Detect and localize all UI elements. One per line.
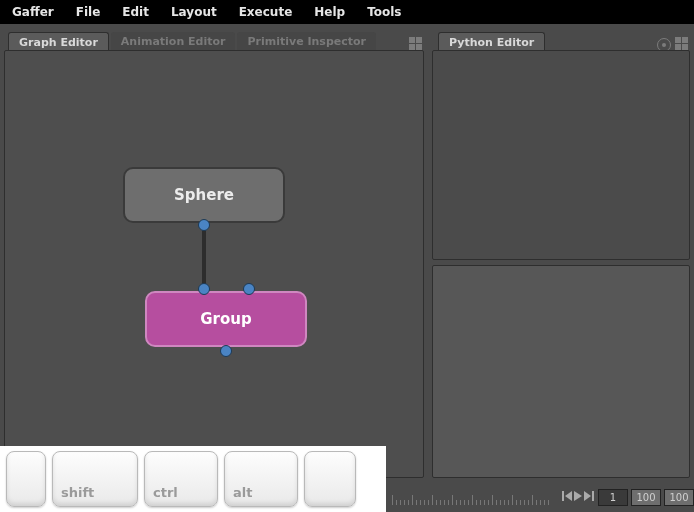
tab-primitive-inspector[interactable]: Primitive Inspector <box>237 32 376 52</box>
menu-file[interactable]: File <box>76 5 101 19</box>
menu-gaffer[interactable]: Gaffer <box>12 5 54 19</box>
svg-rect-4 <box>592 491 594 501</box>
timeline-play-icon[interactable] <box>573 490 584 504</box>
keyboard-overlay: shift ctrl alt <box>0 446 386 512</box>
node-group-in-port-2[interactable] <box>243 283 255 295</box>
menu-bar: Gaffer File Edit Layout Execute Help Too… <box>0 0 694 24</box>
python-editor-input[interactable] <box>432 265 690 478</box>
timeline-frame-end[interactable]: 100 <box>631 489 661 506</box>
node-sphere-label: Sphere <box>174 186 234 204</box>
key-alt: alt <box>224 451 298 507</box>
node-group-in-port-1[interactable] <box>198 283 210 295</box>
timeline-ruler[interactable] <box>392 487 556 507</box>
node-sphere-out-port[interactable] <box>198 219 210 231</box>
svg-marker-2 <box>574 491 582 501</box>
tab-python-editor[interactable]: Python Editor <box>438 32 545 52</box>
node-group[interactable]: Group <box>145 291 307 347</box>
left-tabrow: Graph Editor Animation Editor Primitive … <box>8 30 424 52</box>
python-editor-output[interactable] <box>432 50 690 260</box>
node-group-out-port[interactable] <box>220 345 232 357</box>
key-shift: shift <box>52 451 138 507</box>
key-blank-1 <box>6 451 46 507</box>
node-sphere[interactable]: Sphere <box>123 167 285 223</box>
tab-animation-editor[interactable]: Animation Editor <box>111 32 236 52</box>
timeline-skip-back-icon[interactable] <box>562 490 573 504</box>
timeline: 1 100 100 <box>386 482 694 512</box>
menu-tools[interactable]: Tools <box>367 5 401 19</box>
node-group-label: Group <box>200 310 251 328</box>
svg-marker-1 <box>565 491 572 501</box>
menu-execute[interactable]: Execute <box>239 5 293 19</box>
key-blank-2 <box>304 451 356 507</box>
menu-layout[interactable]: Layout <box>171 5 217 19</box>
graph-editor-panel[interactable]: Sphere Group <box>4 50 424 478</box>
right-tabrow: Python Editor <box>438 30 690 52</box>
tab-graph-editor[interactable]: Graph Editor <box>8 32 109 52</box>
timeline-frame-max[interactable]: 100 <box>664 489 694 506</box>
svg-marker-3 <box>584 491 591 501</box>
timeline-frame-start[interactable]: 1 <box>598 489 628 506</box>
menu-help[interactable]: Help <box>314 5 345 19</box>
menu-edit[interactable]: Edit <box>122 5 149 19</box>
node-connection <box>202 227 206 289</box>
timeline-skip-fwd-icon[interactable] <box>584 490 595 504</box>
svg-rect-0 <box>562 491 564 501</box>
key-ctrl: ctrl <box>144 451 218 507</box>
